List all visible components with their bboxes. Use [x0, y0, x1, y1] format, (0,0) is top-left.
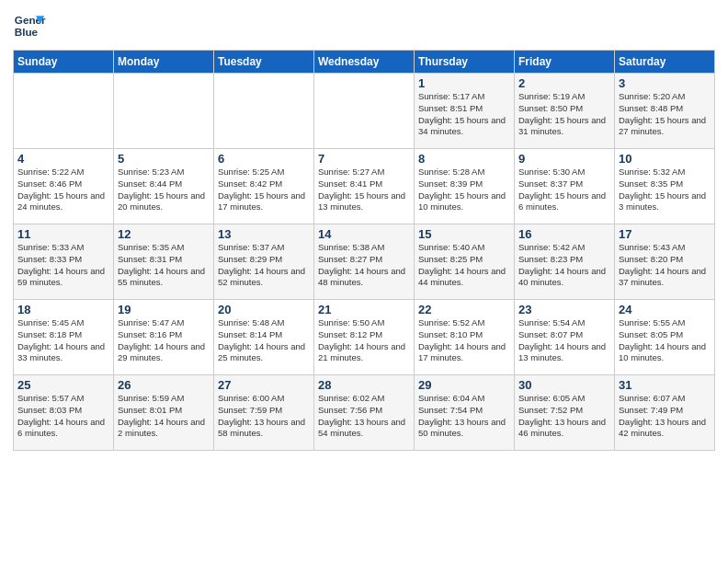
calendar-cell [314, 74, 415, 149]
cell-info: Sunrise: 5:57 AM Sunset: 8:03 PM Dayligh… [17, 393, 109, 440]
cell-info: Sunrise: 5:25 AM Sunset: 8:42 PM Dayligh… [218, 167, 310, 213]
day-number: 6 [218, 152, 310, 166]
calendar-cell: 29Sunrise: 6:04 AM Sunset: 7:54 PM Dayli… [415, 375, 515, 451]
calendar-cell: 24Sunrise: 5:55 AM Sunset: 8:05 PM Dayli… [615, 300, 715, 375]
cell-info: Sunrise: 5:59 AM Sunset: 8:01 PM Dayligh… [118, 393, 210, 440]
cell-info: Sunrise: 5:45 AM Sunset: 8:18 PM Dayligh… [17, 317, 109, 364]
day-number: 26 [118, 378, 210, 392]
calendar-cell: 27Sunrise: 6:00 AM Sunset: 7:59 PM Dayli… [214, 375, 314, 451]
calendar-week-row: 1Sunrise: 5:17 AM Sunset: 8:51 PM Daylig… [14, 74, 715, 149]
weekday-header: Sunday [14, 51, 114, 74]
weekday-header: Wednesday [314, 51, 415, 74]
cell-info: Sunrise: 5:17 AM Sunset: 8:51 PM Dayligh… [418, 91, 510, 138]
logo-icon: General Blue [13, 9, 46, 42]
cell-info: Sunrise: 5:47 AM Sunset: 8:16 PM Dayligh… [118, 317, 210, 364]
day-number: 24 [619, 303, 711, 316]
calendar-cell: 9Sunrise: 5:30 AM Sunset: 8:37 PM Daylig… [515, 149, 615, 224]
calendar-cell: 16Sunrise: 5:42 AM Sunset: 8:23 PM Dayli… [515, 224, 615, 300]
cell-info: Sunrise: 5:54 AM Sunset: 8:07 PM Dayligh… [518, 317, 610, 364]
calendar-cell: 4Sunrise: 5:22 AM Sunset: 8:46 PM Daylig… [14, 149, 114, 224]
weekday-header: Tuesday [214, 51, 314, 74]
day-number: 22 [418, 303, 510, 316]
calendar-week-row: 25Sunrise: 5:57 AM Sunset: 8:03 PM Dayli… [14, 375, 715, 451]
day-number: 25 [17, 378, 109, 392]
day-number: 14 [318, 227, 410, 241]
cell-info: Sunrise: 5:20 AM Sunset: 8:48 PM Dayligh… [619, 91, 711, 138]
calendar-cell: 13Sunrise: 5:37 AM Sunset: 8:29 PM Dayli… [214, 224, 314, 300]
cell-info: Sunrise: 5:55 AM Sunset: 8:05 PM Dayligh… [619, 317, 711, 364]
weekday-header: Friday [515, 51, 615, 74]
day-number: 15 [418, 227, 510, 241]
calendar-cell: 19Sunrise: 5:47 AM Sunset: 8:16 PM Dayli… [114, 300, 214, 375]
weekday-header: Saturday [615, 51, 715, 74]
calendar-cell: 6Sunrise: 5:25 AM Sunset: 8:42 PM Daylig… [214, 149, 314, 224]
day-number: 4 [17, 152, 109, 166]
cell-info: Sunrise: 5:43 AM Sunset: 8:20 PM Dayligh… [619, 242, 711, 289]
calendar-cell: 23Sunrise: 5:54 AM Sunset: 8:07 PM Dayli… [515, 300, 615, 375]
calendar-cell: 14Sunrise: 5:38 AM Sunset: 8:27 PM Dayli… [314, 224, 415, 300]
calendar-week-row: 11Sunrise: 5:33 AM Sunset: 8:33 PM Dayli… [14, 224, 715, 300]
day-number: 9 [518, 152, 610, 166]
calendar-cell: 21Sunrise: 5:50 AM Sunset: 8:12 PM Dayli… [314, 300, 415, 375]
calendar-cell: 7Sunrise: 5:27 AM Sunset: 8:41 PM Daylig… [314, 149, 415, 224]
day-number: 20 [218, 303, 310, 316]
cell-info: Sunrise: 6:00 AM Sunset: 7:59 PM Dayligh… [218, 393, 310, 440]
day-number: 13 [218, 227, 310, 241]
calendar-cell: 25Sunrise: 5:57 AM Sunset: 8:03 PM Dayli… [14, 375, 114, 451]
cell-info: Sunrise: 5:27 AM Sunset: 8:41 PM Dayligh… [318, 167, 410, 213]
cell-info: Sunrise: 5:23 AM Sunset: 8:44 PM Dayligh… [118, 167, 210, 213]
cell-info: Sunrise: 5:52 AM Sunset: 8:10 PM Dayligh… [418, 317, 510, 364]
calendar-header: SundayMondayTuesdayWednesdayThursdayFrid… [14, 51, 715, 74]
day-number: 7 [318, 152, 410, 166]
day-number: 29 [418, 378, 510, 392]
cell-info: Sunrise: 5:32 AM Sunset: 8:35 PM Dayligh… [619, 167, 711, 213]
calendar-table: SundayMondayTuesdayWednesdayThursdayFrid… [13, 50, 715, 451]
day-number: 30 [518, 378, 610, 392]
calendar-cell [14, 74, 114, 149]
header: General Blue [13, 9, 715, 42]
weekday-header: Thursday [415, 51, 515, 74]
calendar-cell: 3Sunrise: 5:20 AM Sunset: 8:48 PM Daylig… [615, 74, 715, 149]
calendar-cell: 31Sunrise: 6:07 AM Sunset: 7:49 PM Dayli… [615, 375, 715, 451]
cell-info: Sunrise: 6:04 AM Sunset: 7:54 PM Dayligh… [418, 393, 510, 440]
cell-info: Sunrise: 5:35 AM Sunset: 8:31 PM Dayligh… [118, 242, 210, 289]
calendar-cell: 8Sunrise: 5:28 AM Sunset: 8:39 PM Daylig… [415, 149, 515, 224]
weekday-header: Monday [114, 51, 214, 74]
day-number: 27 [218, 378, 310, 392]
day-number: 5 [118, 152, 210, 166]
day-number: 21 [318, 303, 410, 316]
cell-info: Sunrise: 5:38 AM Sunset: 8:27 PM Dayligh… [318, 242, 410, 289]
calendar-cell: 30Sunrise: 6:05 AM Sunset: 7:52 PM Dayli… [515, 375, 615, 451]
svg-text:Blue: Blue [15, 26, 39, 38]
cell-info: Sunrise: 6:07 AM Sunset: 7:49 PM Dayligh… [619, 393, 711, 440]
cell-info: Sunrise: 5:30 AM Sunset: 8:37 PM Dayligh… [518, 167, 610, 213]
day-number: 18 [17, 303, 109, 316]
cell-info: Sunrise: 5:48 AM Sunset: 8:14 PM Dayligh… [218, 317, 310, 364]
calendar-cell: 26Sunrise: 5:59 AM Sunset: 8:01 PM Dayli… [114, 375, 214, 451]
day-number: 31 [619, 378, 711, 392]
cell-info: Sunrise: 5:42 AM Sunset: 8:23 PM Dayligh… [518, 242, 610, 289]
calendar-cell [214, 74, 314, 149]
calendar-cell: 28Sunrise: 6:02 AM Sunset: 7:56 PM Dayli… [314, 375, 415, 451]
day-number: 16 [518, 227, 610, 241]
cell-info: Sunrise: 6:05 AM Sunset: 7:52 PM Dayligh… [518, 393, 610, 440]
day-number: 10 [619, 152, 711, 166]
calendar-week-row: 4Sunrise: 5:22 AM Sunset: 8:46 PM Daylig… [14, 149, 715, 224]
calendar-cell: 22Sunrise: 5:52 AM Sunset: 8:10 PM Dayli… [415, 300, 515, 375]
day-number: 17 [619, 227, 711, 241]
calendar-cell: 17Sunrise: 5:43 AM Sunset: 8:20 PM Dayli… [615, 224, 715, 300]
calendar-cell: 18Sunrise: 5:45 AM Sunset: 8:18 PM Dayli… [14, 300, 114, 375]
calendar-cell [114, 74, 214, 149]
cell-info: Sunrise: 5:33 AM Sunset: 8:33 PM Dayligh… [17, 242, 109, 289]
day-number: 23 [518, 303, 610, 316]
calendar-cell: 11Sunrise: 5:33 AM Sunset: 8:33 PM Dayli… [14, 224, 114, 300]
cell-info: Sunrise: 5:28 AM Sunset: 8:39 PM Dayligh… [418, 167, 510, 213]
cell-info: Sunrise: 5:22 AM Sunset: 8:46 PM Dayligh… [17, 167, 109, 213]
calendar-cell: 5Sunrise: 5:23 AM Sunset: 8:44 PM Daylig… [114, 149, 214, 224]
cell-info: Sunrise: 5:19 AM Sunset: 8:50 PM Dayligh… [518, 91, 610, 138]
cell-info: Sunrise: 5:40 AM Sunset: 8:25 PM Dayligh… [418, 242, 510, 289]
day-number: 28 [318, 378, 410, 392]
calendar-cell: 1Sunrise: 5:17 AM Sunset: 8:51 PM Daylig… [415, 74, 515, 149]
logo: General Blue [13, 9, 46, 42]
day-number: 12 [118, 227, 210, 241]
